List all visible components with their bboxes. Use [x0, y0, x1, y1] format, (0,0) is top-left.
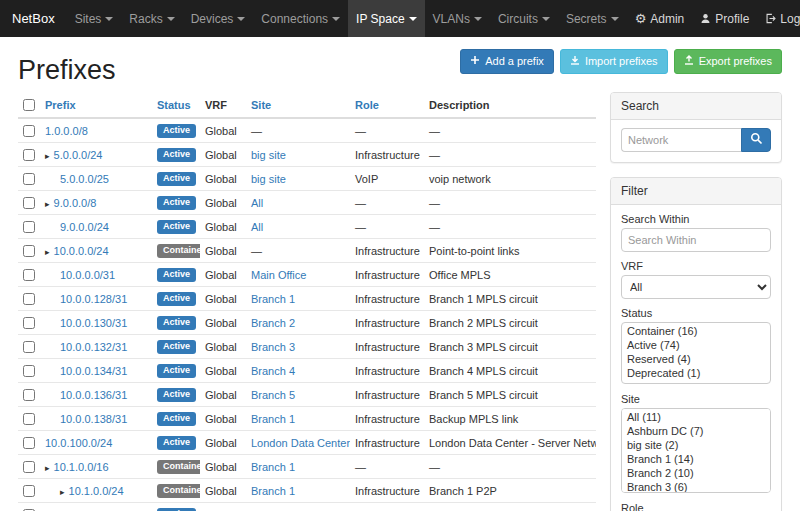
row-checkbox[interactable] — [23, 485, 35, 497]
site-link[interactable]: Branch 1 — [251, 293, 295, 305]
status-badge: Active — [157, 436, 196, 450]
role-cell: — — [350, 455, 424, 479]
row-checkbox[interactable] — [23, 197, 35, 209]
column-header-site[interactable]: Site — [246, 92, 350, 118]
site-link[interactable]: Main Office — [251, 269, 306, 281]
site-link[interactable]: All — [251, 221, 263, 233]
row-checkbox[interactable] — [23, 245, 35, 257]
profile-link[interactable]: Profile — [692, 0, 757, 37]
site-link[interactable]: Branch 5 — [251, 389, 295, 401]
site-link[interactable]: big site — [251, 173, 286, 185]
prefix-link[interactable]: 10.0.0.134/31 — [60, 365, 127, 377]
status-filter-select[interactable]: Container (16)Active (74)Reserved (4)Dep… — [621, 322, 771, 384]
status-cell: Active — [152, 191, 200, 215]
row-checkbox[interactable] — [23, 149, 35, 161]
row-checkbox[interactable] — [23, 389, 35, 401]
prefix-link[interactable]: 10.0.0.136/31 — [60, 389, 127, 401]
import-prefixes-button[interactable]: Import prefixes — [560, 49, 668, 74]
site-filter-select[interactable]: All (11)Ashburn DC (7)big site (2)Branch… — [621, 408, 771, 493]
export-prefixes-button[interactable]: Export prefixes — [674, 49, 782, 74]
prefix-link[interactable]: 9.0.0.0/24 — [60, 221, 109, 233]
nav-item-circuits[interactable]: Circuits — [490, 0, 558, 37]
expand-icon[interactable]: ▸ — [45, 247, 50, 257]
nav-item-devices[interactable]: Devices — [183, 0, 254, 37]
row-checkbox[interactable] — [23, 317, 35, 329]
search-input[interactable] — [621, 128, 741, 152]
prefix-row: ▸10.1.0.0/16ContainerGlobalBranch 1—— — [18, 455, 596, 479]
prefix-link[interactable]: 1.0.0.0/8 — [45, 125, 88, 137]
site-link[interactable]: London Data Center — [251, 437, 350, 449]
expand-icon[interactable]: ▸ — [60, 487, 65, 497]
filter-option[interactable]: Deprecated (1) — [623, 366, 769, 380]
site-link[interactable]: Branch 1 — [251, 413, 295, 425]
column-header-prefix[interactable]: Prefix — [40, 92, 152, 118]
filter-option[interactable]: Branch 3 (6) — [623, 480, 769, 493]
status-cell: Active — [152, 335, 200, 359]
nav-item-ip-space[interactable]: IP Space — [348, 0, 424, 37]
prefix-link[interactable]: 10.0.0.0/31 — [60, 269, 115, 281]
filter-option[interactable]: All (11) — [623, 410, 769, 424]
filter-option[interactable]: big site (2) — [623, 438, 769, 452]
site-link[interactable]: Branch 1 — [251, 485, 295, 497]
row-checkbox[interactable] — [23, 341, 35, 353]
site-link[interactable]: All — [251, 197, 263, 209]
expand-icon[interactable]: ▸ — [45, 151, 50, 161]
expand-icon[interactable]: ▸ — [45, 463, 50, 473]
filter-option[interactable]: Active (74) — [623, 338, 769, 352]
site-link[interactable]: Branch 3 — [251, 341, 295, 353]
row-checkbox[interactable] — [23, 221, 35, 233]
prefix-link[interactable]: 5.0.0.0/24 — [54, 149, 103, 161]
row-checkbox[interactable] — [23, 173, 35, 185]
app-brand[interactable]: NetBox — [0, 0, 67, 37]
nav-item-sites[interactable]: Sites — [67, 0, 122, 37]
filter-option[interactable]: Ashburn DC (7) — [623, 424, 769, 438]
row-checkbox[interactable] — [23, 365, 35, 377]
prefix-link[interactable]: 9.0.0.0/8 — [54, 197, 97, 209]
nav-item-racks[interactable]: Racks — [121, 0, 182, 37]
prefix-row: 1.0.0.0/8ActiveGlobal——— — [18, 118, 596, 143]
filter-option[interactable]: Reserved (4) — [623, 352, 769, 366]
site-link[interactable]: Branch 1 — [251, 461, 295, 473]
column-header-status[interactable]: Status — [152, 92, 200, 118]
nav-item-vlans[interactable]: VLANs — [425, 0, 490, 37]
site-link[interactable]: big site — [251, 149, 286, 161]
filter-option[interactable]: Container (16) — [623, 324, 769, 338]
filter-option[interactable]: Branch 1 (14) — [623, 452, 769, 466]
column-header-role[interactable]: Role — [350, 92, 424, 118]
row-checkbox[interactable] — [23, 437, 35, 449]
prefix-link[interactable]: 10.1.0.0/24 — [69, 485, 124, 497]
prefix-cell: ▸5.0.0.0/24 — [40, 143, 152, 167]
prefix-link[interactable]: 10.0.0.132/31 — [60, 341, 127, 353]
row-checkbox[interactable] — [23, 269, 35, 281]
row-checkbox[interactable] — [23, 125, 35, 137]
site-link[interactable]: Branch 4 — [251, 365, 295, 377]
prefix-link[interactable]: 10.1.0.0/16 — [54, 461, 109, 473]
prefix-link[interactable]: 10.0.0.128/31 — [60, 293, 127, 305]
logout-link[interactable]: Log out — [757, 0, 800, 37]
prefix-link[interactable]: 10.0.100.0/24 — [45, 437, 112, 449]
search-button[interactable] — [741, 128, 771, 152]
prefixes-table: PrefixStatusVRFSiteRoleDescription 1.0.0… — [18, 92, 596, 511]
vrf-select[interactable]: All — [621, 275, 771, 299]
vrf-cell: Global — [200, 359, 246, 383]
prefix-link[interactable]: 5.0.0.0/25 — [60, 173, 109, 185]
nav-item-secrets[interactable]: Secrets — [558, 0, 627, 37]
prefix-link[interactable]: 10.0.0.130/31 — [60, 317, 127, 329]
prefix-cell: ▸10.1.0.0/25 — [40, 503, 152, 511]
select-all-checkbox[interactable] — [23, 99, 35, 111]
add-prefix-button[interactable]: Add a prefix — [460, 49, 554, 74]
prefix-link[interactable]: 10.0.0.138/31 — [60, 413, 127, 425]
status-badge: Active — [157, 388, 196, 402]
role-cell: — — [350, 215, 424, 239]
nav-item-connections[interactable]: Connections — [253, 0, 348, 37]
filter-option[interactable]: Branch 2 (10) — [623, 466, 769, 480]
site-link[interactable]: Branch 2 — [251, 317, 295, 329]
vrf-cell: Global — [200, 383, 246, 407]
row-checkbox[interactable] — [23, 293, 35, 305]
search-within-input[interactable] — [621, 228, 771, 252]
admin-link[interactable]: ⚙ Admin — [627, 0, 693, 37]
row-checkbox[interactable] — [23, 413, 35, 425]
expand-icon[interactable]: ▸ — [45, 199, 50, 209]
row-checkbox[interactable] — [23, 461, 35, 473]
prefix-link[interactable]: 10.0.0.0/24 — [54, 245, 109, 257]
